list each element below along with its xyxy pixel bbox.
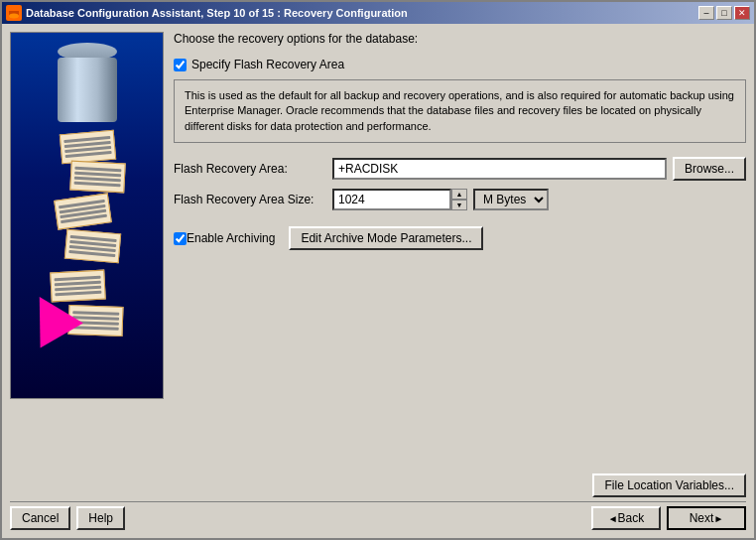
footer-top: File Location Variables... [10, 468, 746, 501]
window-body: Choose the recovery options for the data… [2, 24, 754, 538]
help-button[interactable]: Help [76, 506, 125, 530]
svg-point-2 [9, 14, 19, 19]
browse-button[interactable]: Browse... [673, 157, 746, 181]
footer-left-buttons: Cancel Help [10, 506, 125, 530]
next-button[interactable]: Next ► [667, 506, 746, 530]
cancel-button[interactable]: Cancel [10, 506, 70, 530]
specify-flash-label[interactable]: Specify Flash Recovery Area [191, 58, 344, 71]
spin-down-button[interactable]: ▼ [451, 200, 467, 210]
file-location-button[interactable]: File Location Variables... [592, 473, 746, 497]
cylinder-body [58, 58, 117, 122]
minimize-button[interactable]: – [698, 6, 714, 20]
spin-up-button[interactable]: ▲ [451, 189, 467, 200]
specify-flash-checkbox[interactable] [174, 59, 187, 71]
document-1 [60, 130, 116, 165]
footer-right-buttons: ◄ Back Next ► [591, 506, 746, 530]
document-4 [64, 229, 121, 264]
flash-recovery-area-input[interactable] [332, 158, 667, 180]
size-unit-select[interactable]: M Bytes G Bytes [473, 189, 549, 210]
footer-bottom: Cancel Help ◄ Back Next ► [10, 501, 746, 530]
next-arrow-icon: ► [713, 513, 723, 524]
flash-recovery-area-label: Flash Recovery Area: [174, 162, 332, 176]
close-button[interactable]: ✕ [734, 6, 750, 20]
flash-recovery-size-label: Flash Recovery Area Size: [174, 193, 332, 206]
main-window: Database Configuration Assistant, Step 1… [0, 0, 756, 540]
enable-archiving-label[interactable]: Enable Archiving [187, 231, 275, 245]
document-2 [69, 161, 125, 194]
document-3 [54, 193, 112, 229]
size-spinner: ▲ ▼ [451, 189, 467, 210]
window-title: Database Configuration Assistant, Step 1… [26, 7, 698, 19]
enable-archiving-row: Enable Archiving Edit Archive Mode Param… [174, 226, 746, 250]
back-label: Back [618, 511, 645, 525]
info-text: This is used as the default for all back… [185, 89, 734, 132]
enable-archiving-checkbox[interactable] [174, 232, 187, 245]
back-arrow-icon: ◄ [608, 513, 618, 524]
window-controls: – □ ✕ [698, 6, 750, 20]
specify-flash-row: Specify Flash Recovery Area [174, 58, 746, 71]
cylinder-graphic [58, 43, 117, 122]
edit-archive-button[interactable]: Edit Archive Mode Parameters... [289, 226, 483, 250]
flash-recovery-size-input[interactable] [332, 189, 451, 210]
flash-recovery-size-row: Flash Recovery Area Size: ▲ ▼ M Bytes G … [174, 189, 746, 210]
title-bar: Database Configuration Assistant, Step 1… [2, 2, 754, 24]
back-button[interactable]: ◄ Back [591, 506, 661, 530]
maximize-button[interactable]: □ [716, 6, 732, 20]
app-icon [6, 5, 22, 21]
page-description: Choose the recovery options for the data… [174, 32, 746, 46]
next-label: Next [690, 511, 714, 525]
size-input-group: ▲ ▼ M Bytes G Bytes [332, 189, 549, 210]
main-content: Choose the recovery options for the data… [10, 32, 746, 468]
info-box: This is used as the default for all back… [174, 79, 746, 143]
sidebar-illustration [10, 32, 164, 399]
flash-recovery-area-row: Flash Recovery Area: Browse... [174, 157, 746, 181]
content-panel: Choose the recovery options for the data… [174, 32, 746, 468]
